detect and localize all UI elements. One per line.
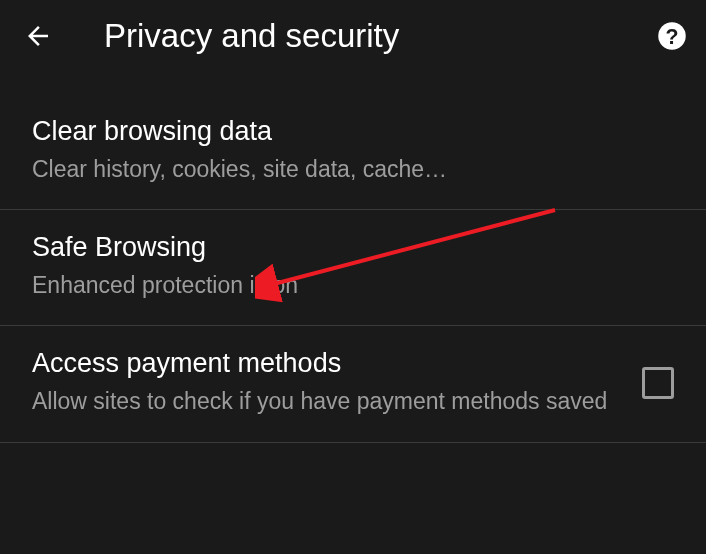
back-button[interactable] <box>18 16 58 56</box>
setting-content: Clear browsing data Clear history, cooki… <box>32 116 674 185</box>
setting-content: Safe Browsing Enhanced protection is on <box>32 232 674 301</box>
back-arrow-icon <box>23 21 53 51</box>
setting-title: Safe Browsing <box>32 232 674 263</box>
svg-text:?: ? <box>666 25 679 49</box>
setting-subtitle: Clear history, cookies, site data, cache… <box>32 153 674 185</box>
setting-access-payment-methods[interactable]: Access payment methods Allow sites to ch… <box>0 326 706 442</box>
setting-clear-browsing-data[interactable]: Clear browsing data Clear history, cooki… <box>0 94 706 210</box>
setting-safe-browsing[interactable]: Safe Browsing Enhanced protection is on <box>0 210 706 326</box>
page-title: Privacy and security <box>104 17 656 55</box>
settings-list: Clear browsing data Clear history, cooki… <box>0 72 706 443</box>
help-button[interactable]: ? <box>656 20 688 52</box>
header-bar: Privacy and security ? <box>0 0 706 72</box>
setting-title: Clear browsing data <box>32 116 674 147</box>
help-icon: ? <box>657 21 687 51</box>
setting-content: Access payment methods Allow sites to ch… <box>32 348 622 417</box>
setting-title: Access payment methods <box>32 348 622 379</box>
setting-subtitle: Allow sites to check if you have payment… <box>32 385 622 417</box>
payment-methods-checkbox[interactable] <box>642 367 674 399</box>
setting-subtitle: Enhanced protection is on <box>32 269 674 301</box>
